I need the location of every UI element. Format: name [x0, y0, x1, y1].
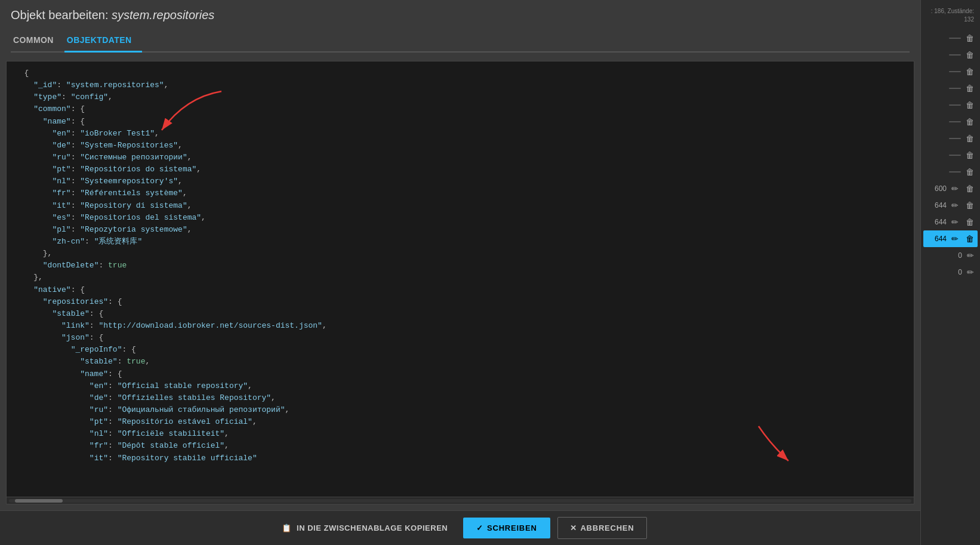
dash-indicator [949, 71, 961, 72]
sidebar-row: 🗑 [923, 113, 978, 130]
dialog-title: Objekt bearbeiten: system.repositories [11, 8, 910, 22]
dash-indicator [949, 155, 961, 156]
title-prefix: Objekt bearbeiten: [11, 8, 112, 21]
edit-button[interactable]: ✏ [949, 216, 961, 228]
delete-button[interactable]: 🗑 [963, 116, 976, 128]
sidebar-row-644a: 644 ✏ 🗑 [923, 197, 978, 214]
clipboard-icon: 📋 [282, 524, 292, 532]
permission-value: 644 [930, 201, 947, 210]
edit-button[interactable]: ✏ [949, 183, 961, 195]
sidebar-row: 🗑 [923, 63, 978, 80]
sidebar-row: 🗑 [923, 130, 978, 147]
edit-button[interactable]: ✏ [964, 266, 976, 278]
sidebar-row: 🗑 [923, 147, 978, 164]
permission-value: 644 [930, 235, 947, 243]
delete-button[interactable]: 🗑 [963, 32, 976, 44]
dialog-header: Objekt bearbeiten: system.repositories C… [0, 0, 920, 53]
write-label: SCHREIBEN [487, 524, 537, 532]
sidebar-row: 🗑 [923, 164, 978, 180]
sidebar-row-0a: 0 ✏ [923, 247, 978, 264]
cancel-label: ABBRECHEN [580, 524, 634, 532]
delete-button[interactable]: 🗑 [963, 99, 976, 111]
editor-wrapper: { "_id": "system.repositories", "type": … [0, 53, 920, 510]
clipboard-label: IN DIE ZWISCHENABLAGE KOPIEREN [297, 524, 448, 532]
checkmark-icon: ✓ [476, 524, 483, 532]
edit-button[interactable]: ✏ [949, 199, 961, 211]
permission-value: 600 [930, 184, 947, 193]
horizontal-scrollbar[interactable] [7, 497, 914, 504]
dash-indicator [949, 104, 961, 106]
delete-button[interactable]: 🗑 [963, 183, 976, 195]
cancel-button[interactable]: ✕ ABBRECHEN [557, 517, 647, 539]
sidebar-row-644-highlighted: 644 ✏ 🗑 [923, 230, 978, 247]
scrollbar-track [9, 499, 911, 503]
main-dialog: Objekt bearbeiten: system.repositories C… [0, 0, 920, 545]
sidebar-row-644b: 644 ✏ 🗑 [923, 214, 978, 230]
sidebar-row-600: 600 ✏ 🗑 [923, 180, 978, 197]
tab-objektdaten[interactable]: OBJEKTDATEN [64, 30, 143, 53]
dash-indicator [949, 121, 961, 122]
dash-indicator [949, 138, 961, 139]
delete-button[interactable]: 🗑 [963, 199, 976, 211]
delete-button[interactable]: 🗑 [963, 233, 976, 245]
delete-button[interactable]: 🗑 [963, 133, 976, 144]
title-object: system.repositories [112, 8, 214, 21]
right-sidebar: : 186, Zustände: 132 🗑 🗑 🗑 🗑 🗑 🗑 🗑 🗑 🗑 6… [920, 0, 980, 545]
delete-button[interactable]: 🗑 [963, 149, 976, 161]
delete-button[interactable]: 🗑 [963, 49, 976, 61]
action-bar: 📋 IN DIE ZWISCHENABLAGE KOPIEREN ✓ SCHRE… [0, 510, 920, 545]
delete-button[interactable]: 🗑 [963, 82, 976, 94]
edit-button[interactable]: ✏ [949, 233, 961, 245]
tabs-row: COMMON OBJEKTDATEN [11, 30, 910, 53]
write-button[interactable]: ✓ SCHREIBEN [463, 518, 550, 538]
permission-value: 0 [945, 251, 962, 260]
tab-common[interactable]: COMMON [11, 30, 64, 53]
sidebar-row: 🗑 [923, 30, 978, 47]
delete-button[interactable]: 🗑 [963, 216, 976, 228]
delete-button[interactable]: 🗑 [963, 166, 976, 178]
dash-indicator [949, 171, 961, 173]
permission-value: 644 [930, 218, 947, 226]
scrollbar-thumb[interactable] [15, 499, 63, 503]
sidebar-header-text: : 186, Zustände: 132 [923, 5, 978, 30]
dash-indicator [949, 88, 961, 89]
permission-value: 0 [945, 268, 962, 276]
sidebar-row: 🗑 [923, 47, 978, 63]
delete-button[interactable]: 🗑 [963, 66, 976, 78]
sidebar-row-0b: 0 ✏ [923, 264, 978, 281]
sidebar-row: 🗑 [923, 80, 978, 97]
edit-button[interactable]: ✏ [964, 250, 976, 261]
sidebar-row: 🗑 [923, 97, 978, 113]
dash-indicator [949, 38, 961, 39]
close-icon: ✕ [570, 524, 577, 532]
clipboard-button[interactable]: 📋 IN DIE ZWISCHENABLAGE KOPIEREN [273, 519, 456, 537]
code-area[interactable]: { "_id": "system.repositories", "type": … [7, 61, 914, 497]
editor-container: { "_id": "system.repositories", "type": … [6, 61, 914, 504]
dash-indicator [949, 54, 961, 56]
